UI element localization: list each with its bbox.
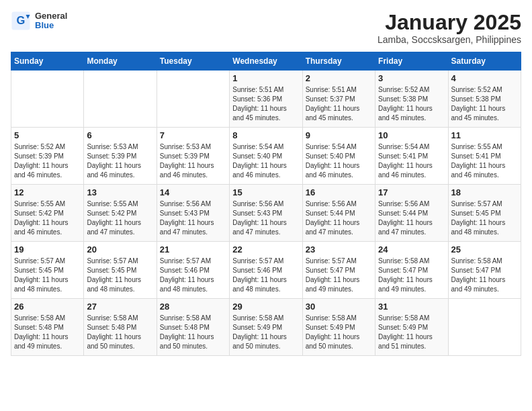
day-content: Sunrise: 5:54 AMSunset: 5:41 PMDaylight:… (378, 142, 445, 180)
calendar-cell: 6Sunrise: 5:53 AMSunset: 5:39 PMDaylight… (84, 128, 157, 185)
calendar-cell: 12Sunrise: 5:55 AMSunset: 5:42 PMDayligh… (11, 185, 84, 242)
day-content: Sunrise: 5:53 AMSunset: 5:39 PMDaylight:… (160, 142, 226, 180)
day-content: Sunrise: 5:56 AMSunset: 5:43 PMDaylight:… (160, 199, 226, 237)
logo-general: General (35, 11, 67, 21)
day-content: Sunrise: 5:52 AMSunset: 5:38 PMDaylight:… (378, 85, 445, 123)
day-number: 17 (378, 187, 445, 197)
col-tuesday: Tuesday (157, 52, 229, 71)
calendar-table: Sunday Monday Tuesday Wednesday Thursday… (11, 52, 521, 356)
day-content: Sunrise: 5:55 AMSunset: 5:42 PMDaylight:… (14, 199, 81, 237)
calendar-cell: 7Sunrise: 5:53 AMSunset: 5:39 PMDaylight… (157, 128, 229, 185)
calendar-cell: 13Sunrise: 5:55 AMSunset: 5:42 PMDayligh… (84, 185, 157, 242)
day-content: Sunrise: 5:58 AMSunset: 5:47 PMDaylight:… (451, 257, 518, 294)
day-number: 15 (232, 187, 299, 197)
day-content: Sunrise: 5:57 AMSunset: 5:45 PMDaylight:… (14, 257, 81, 294)
day-number: 31 (378, 302, 445, 312)
day-number: 10 (378, 130, 445, 140)
col-wednesday: Wednesday (230, 52, 302, 71)
title-section: January 2025 Lamba, Soccsksargen, Philip… (378, 11, 521, 45)
day-number: 25 (451, 244, 518, 255)
day-content: Sunrise: 5:51 AMSunset: 5:36 PMDaylight:… (232, 85, 299, 123)
day-content: Sunrise: 5:58 AMSunset: 5:48 PMDaylight:… (160, 314, 226, 351)
day-number: 27 (87, 302, 153, 312)
logo-blue: Blue (35, 21, 67, 30)
day-content: Sunrise: 5:57 AMSunset: 5:47 PMDaylight:… (306, 257, 372, 294)
day-number: 6 (87, 130, 153, 140)
day-content: Sunrise: 5:58 AMSunset: 5:48 PMDaylight:… (14, 314, 81, 351)
day-number: 1 (232, 73, 299, 83)
day-number: 13 (87, 187, 153, 197)
col-thursday: Thursday (302, 52, 375, 71)
day-number: 24 (378, 244, 445, 255)
calendar-cell: 22Sunrise: 5:57 AMSunset: 5:46 PMDayligh… (230, 242, 302, 299)
calendar-cell: 24Sunrise: 5:58 AMSunset: 5:47 PMDayligh… (375, 242, 448, 299)
calendar-cell: 27Sunrise: 5:58 AMSunset: 5:48 PMDayligh… (84, 299, 157, 356)
logo-text: General Blue (35, 11, 67, 31)
day-content: Sunrise: 5:55 AMSunset: 5:42 PMDaylight:… (87, 199, 153, 237)
day-number: 23 (306, 244, 372, 255)
day-number: 18 (451, 187, 518, 197)
day-content: Sunrise: 5:57 AMSunset: 5:45 PMDaylight:… (451, 199, 518, 237)
calendar-cell: 15Sunrise: 5:56 AMSunset: 5:43 PMDayligh… (230, 185, 302, 242)
day-content: Sunrise: 5:57 AMSunset: 5:45 PMDaylight:… (87, 257, 153, 294)
day-content: Sunrise: 5:55 AMSunset: 5:41 PMDaylight:… (451, 142, 518, 180)
calendar-cell: 25Sunrise: 5:58 AMSunset: 5:47 PMDayligh… (448, 242, 521, 299)
day-number: 26 (14, 302, 81, 312)
calendar-cell: 21Sunrise: 5:57 AMSunset: 5:46 PMDayligh… (157, 242, 229, 299)
day-content: Sunrise: 5:58 AMSunset: 5:47 PMDaylight:… (378, 257, 445, 294)
day-content: Sunrise: 5:57 AMSunset: 5:46 PMDaylight:… (232, 257, 299, 294)
day-number: 5 (14, 130, 81, 140)
calendar-title: January 2025 (378, 11, 521, 34)
week-row-3: 12Sunrise: 5:55 AMSunset: 5:42 PMDayligh… (11, 185, 521, 242)
week-row-1: 1Sunrise: 5:51 AMSunset: 5:36 PMDaylight… (11, 71, 521, 128)
day-number: 3 (378, 73, 445, 83)
svg-text:G: G (17, 14, 26, 26)
calendar-cell: 4Sunrise: 5:52 AMSunset: 5:38 PMDaylight… (448, 71, 521, 128)
day-number: 2 (306, 73, 372, 83)
day-content: Sunrise: 5:56 AMSunset: 5:44 PMDaylight:… (378, 199, 445, 237)
day-number: 12 (14, 187, 81, 197)
calendar-cell: 2Sunrise: 5:51 AMSunset: 5:37 PMDaylight… (302, 71, 375, 128)
day-content: Sunrise: 5:58 AMSunset: 5:49 PMDaylight:… (232, 314, 299, 351)
calendar-cell: 8Sunrise: 5:54 AMSunset: 5:40 PMDaylight… (230, 128, 302, 185)
day-number: 22 (232, 244, 299, 255)
calendar-cell: 17Sunrise: 5:56 AMSunset: 5:44 PMDayligh… (375, 185, 448, 242)
day-content: Sunrise: 5:58 AMSunset: 5:49 PMDaylight:… (378, 314, 445, 351)
calendar-cell: 20Sunrise: 5:57 AMSunset: 5:45 PMDayligh… (84, 242, 157, 299)
col-saturday: Saturday (448, 52, 521, 71)
calendar-cell: 29Sunrise: 5:58 AMSunset: 5:49 PMDayligh… (230, 299, 302, 356)
day-number: 4 (451, 73, 518, 83)
day-number: 16 (306, 187, 372, 197)
calendar-subtitle: Lamba, Soccsksargen, Philippines (378, 34, 521, 45)
calendar-cell: 23Sunrise: 5:57 AMSunset: 5:47 PMDayligh… (302, 242, 375, 299)
day-content: Sunrise: 5:58 AMSunset: 5:49 PMDaylight:… (306, 314, 372, 351)
day-number: 29 (232, 302, 299, 312)
calendar-cell: 26Sunrise: 5:58 AMSunset: 5:48 PMDayligh… (11, 299, 84, 356)
calendar-cell: 30Sunrise: 5:58 AMSunset: 5:49 PMDayligh… (302, 299, 375, 356)
day-number: 19 (14, 244, 81, 255)
day-content: Sunrise: 5:54 AMSunset: 5:40 PMDaylight:… (306, 142, 372, 180)
calendar-cell: 28Sunrise: 5:58 AMSunset: 5:48 PMDayligh… (157, 299, 229, 356)
day-number: 14 (160, 187, 226, 197)
day-content: Sunrise: 5:54 AMSunset: 5:40 PMDaylight:… (232, 142, 299, 180)
day-number: 21 (160, 244, 226, 255)
day-content: Sunrise: 5:53 AMSunset: 5:39 PMDaylight:… (87, 142, 153, 180)
day-content: Sunrise: 5:52 AMSunset: 5:38 PMDaylight:… (451, 85, 518, 123)
week-row-4: 19Sunrise: 5:57 AMSunset: 5:45 PMDayligh… (11, 242, 521, 299)
day-content: Sunrise: 5:56 AMSunset: 5:43 PMDaylight:… (232, 199, 299, 237)
logo-icon: G (11, 11, 31, 31)
calendar-cell (157, 71, 229, 128)
calendar-cell (11, 71, 84, 128)
logo: G General Blue (11, 11, 67, 31)
calendar-cell: 31Sunrise: 5:58 AMSunset: 5:49 PMDayligh… (375, 299, 448, 356)
day-number: 28 (160, 302, 226, 312)
page-header: G General Blue January 2025 Lamba, Soccs… (11, 11, 521, 45)
col-friday: Friday (375, 52, 448, 71)
day-number: 20 (87, 244, 153, 255)
day-content: Sunrise: 5:52 AMSunset: 5:39 PMDaylight:… (14, 142, 81, 180)
calendar-cell: 18Sunrise: 5:57 AMSunset: 5:45 PMDayligh… (448, 185, 521, 242)
calendar-cell: 1Sunrise: 5:51 AMSunset: 5:36 PMDaylight… (230, 71, 302, 128)
col-sunday: Sunday (11, 52, 84, 71)
calendar-cell (448, 299, 521, 356)
calendar-cell: 5Sunrise: 5:52 AMSunset: 5:39 PMDaylight… (11, 128, 84, 185)
